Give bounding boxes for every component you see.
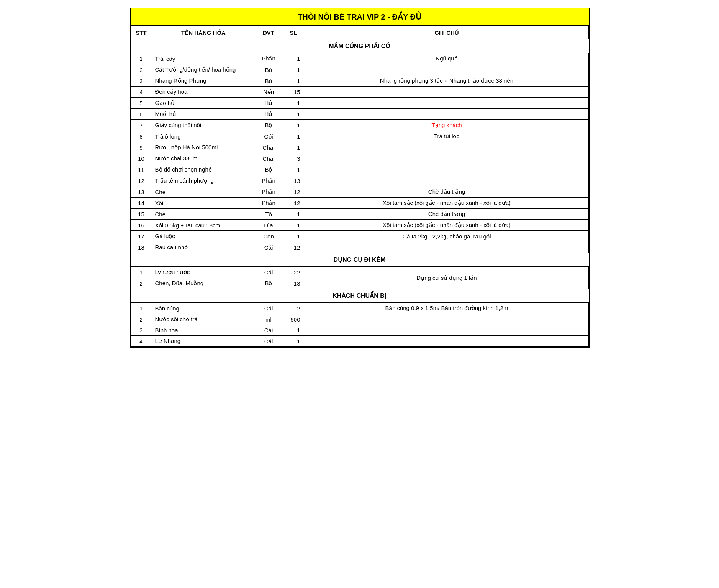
header-ghi: GHI CHÚ: [305, 26, 588, 39]
cell-ghi: Ngũ quả: [305, 53, 588, 64]
cell-stt: 9: [131, 142, 152, 153]
cell-ghi: [305, 314, 588, 325]
table-row: 4Đèn cầy hoaNến15: [131, 87, 588, 98]
cell-dvt: Cái: [255, 267, 282, 278]
table-row: 14XôiPhần12Xôi tam sắc (xôi gấc - nhân đ…: [131, 198, 588, 209]
table-row: 13ChèPhần12Chè đậu trắng: [131, 186, 588, 198]
section-title: DỤNG CỤ ĐI KÈM: [131, 253, 588, 267]
cell-ten: Chè: [152, 186, 255, 198]
table-row: 1Trái câyPhần1Ngũ quả: [131, 53, 588, 64]
cell-ghi: Gà ta 2kg - 2,2kg, cháo gà, rau gói: [305, 231, 588, 242]
section-header-row: KHÁCH CHUẨN BỊ: [131, 289, 588, 303]
cell-ten: Trà ô long: [152, 131, 255, 142]
cell-stt: 11: [131, 164, 152, 175]
cell-ten: Đèn cầy hoa: [152, 87, 255, 98]
cell-stt: 3: [131, 325, 152, 336]
cell-sl: 12: [282, 198, 305, 209]
cell-stt: 7: [131, 120, 152, 131]
cell-ghi: [305, 64, 588, 75]
cell-dvt: Chai: [255, 153, 282, 164]
cell-dvt: ml: [255, 314, 282, 325]
cell-ghi: [305, 242, 588, 253]
table-row: 8Trà ô longGói1Trà túi lọc: [131, 131, 588, 142]
cell-stt: 4: [131, 87, 152, 98]
cell-stt: 8: [131, 131, 152, 142]
cell-dvt: Phần: [255, 53, 282, 64]
table-row: 6Muối hủHủ1: [131, 109, 588, 120]
cell-ten: Ly rượu nước: [152, 267, 255, 278]
cell-ten: Nước chai 330ml: [152, 153, 255, 164]
table-row: 9Rượu nếp Hà Nội 500mlChai1: [131, 142, 588, 153]
cell-dvt: Nến: [255, 87, 282, 98]
cell-stt: 15: [131, 209, 152, 220]
cell-stt: 3: [131, 75, 152, 87]
table-body: MÂM CÚNG PHẢI CÓ1Trái câyPhần1Ngũ quả2Cá…: [131, 39, 588, 347]
cell-sl: 1: [282, 98, 305, 109]
cell-sl: 13: [282, 278, 305, 289]
cell-dvt: Bó: [255, 75, 282, 87]
cell-ten: Rau cau nhỏ: [152, 242, 255, 253]
cell-dvt: Hủ: [255, 98, 282, 109]
cell-sl: 1: [282, 142, 305, 153]
cell-ten: Trầu têm cánh phượng: [152, 175, 255, 186]
cell-dvt: Cái: [255, 325, 282, 336]
cell-dvt: Phần: [255, 186, 282, 198]
cell-ten: Giấy cúng thôi nôi: [152, 120, 255, 131]
cell-dvt: Bó: [255, 64, 282, 75]
cell-sl: 1: [282, 164, 305, 175]
cell-ghi: [305, 98, 588, 109]
page-title: THÔI NÔI BÉ TRAI VIP 2 - ĐẦY ĐỦ: [131, 8, 589, 26]
cell-stt: 6: [131, 109, 152, 120]
table-row: 12Trầu têm cánh phượngPhần13: [131, 175, 588, 186]
section-header-row: DỤNG CỤ ĐI KÈM: [131, 253, 588, 267]
cell-sl: 3: [282, 153, 305, 164]
cell-stt: 1: [131, 267, 152, 278]
cell-sl: 1: [282, 120, 305, 131]
cell-ghi: [305, 142, 588, 153]
table-row: 2Nước sôi chế tràml500: [131, 314, 588, 325]
cell-sl: 500: [282, 314, 305, 325]
table-row: 1Ly rượu nướcCái22Dụng cụ sử dụng 1 lần: [131, 267, 588, 278]
cell-sl: 1: [282, 64, 305, 75]
cell-ghi: [305, 153, 588, 164]
cell-stt: 10: [131, 153, 152, 164]
cell-dvt: Bộ: [255, 164, 282, 175]
cell-dvt: Cái: [255, 242, 282, 253]
cell-stt: 12: [131, 175, 152, 186]
table-row: 7Giấy cúng thôi nôiBộ1Tặng khách: [131, 120, 588, 131]
cell-sl: 1: [282, 209, 305, 220]
cell-ten: Chén, Đũa, Muỗng: [152, 278, 255, 289]
cell-dvt: Cái: [255, 336, 282, 347]
table-row: 1Bàn cúngCái2Bàn cúng 0,9 x 1,5m/ Bàn tr…: [131, 303, 588, 314]
table-row: 5Gạo hủHủ1: [131, 98, 588, 109]
cell-ten: Muối hủ: [152, 109, 255, 120]
header-sl: SL: [282, 26, 305, 39]
table-row: 3Nhang Rồng PhụngBó1Nhang rồng phụng 3 t…: [131, 75, 588, 87]
section-header-row: MÂM CÚNG PHẢI CÓ: [131, 39, 588, 53]
cell-ghi: Nhang rồng phụng 3 tắc + Nhang thảo dược…: [305, 75, 588, 87]
cell-stt: 17: [131, 231, 152, 242]
table-row: 18Rau cau nhỏCái12: [131, 242, 588, 253]
cell-sl: 1: [282, 325, 305, 336]
cell-ten: Rượu nếp Hà Nội 500ml: [152, 142, 255, 153]
cell-stt: 1: [131, 303, 152, 314]
cell-ten: Gà luộc: [152, 231, 255, 242]
cell-ghi: [305, 336, 588, 347]
cell-ghi: Xôi tam sắc (xôi gấc - nhân đậu xanh - x…: [305, 198, 588, 209]
cell-stt: 2: [131, 278, 152, 289]
cell-ten: Gạo hủ: [152, 98, 255, 109]
cell-ten: Xôi 0.5kg + rau cau 18cm: [152, 220, 255, 231]
cell-sl: 12: [282, 186, 305, 198]
cell-ten: Cát Tường/đồng tiền/ hoa hồng: [152, 64, 255, 75]
main-table: STT TÊN HÀNG HÓA ĐVT SL GHI CHÚ MÂM CÚNG…: [131, 26, 589, 347]
cell-stt: 18: [131, 242, 152, 253]
cell-dvt: Hủ: [255, 109, 282, 120]
cell-ghi: [305, 164, 588, 175]
table-row: 11Bộ đồ chơi chọn nghềBộ1: [131, 164, 588, 175]
table-header: STT TÊN HÀNG HÓA ĐVT SL GHI CHÚ: [131, 26, 588, 39]
cell-sl: 1: [282, 109, 305, 120]
cell-sl: 1: [282, 53, 305, 64]
cell-stt: 2: [131, 314, 152, 325]
cell-sl: 15: [282, 87, 305, 98]
cell-ten: Xôi: [152, 198, 255, 209]
